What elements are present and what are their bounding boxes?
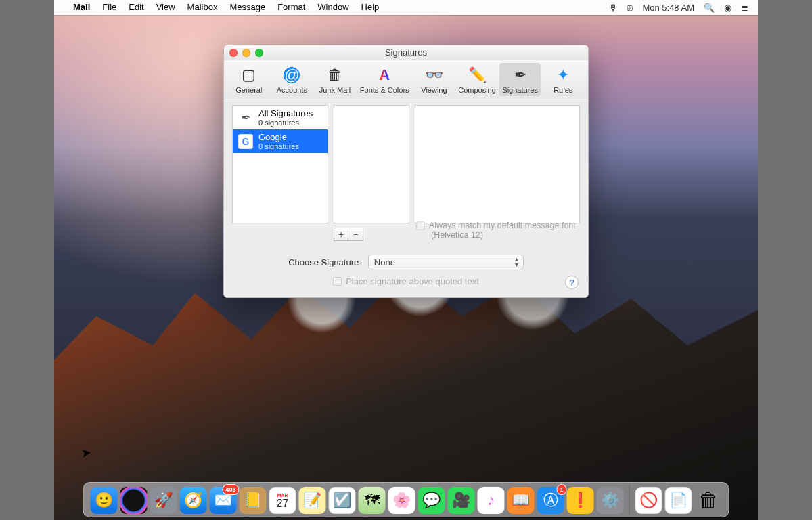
dock-systempreferences[interactable]: ⚙️ — [597, 487, 624, 514]
mail-preferences-window: Signatures ▢ General @ Accounts 🗑 Junk M… — [223, 45, 589, 298]
menu-format[interactable]: Format — [271, 0, 311, 15]
match-default-font-label: Always match my default message font — [429, 221, 576, 230]
dock: 🙂 🚀 🧭 ✉️403 📒 MAR27 📝 ☑️ 🗺 🌸 💬 🎥 ♪ 📖 Ⓐ1 … — [83, 482, 729, 517]
toolbar-junk-label: Junk Mail — [319, 86, 351, 94]
calendar-month: MAR — [277, 493, 288, 498]
match-default-font-checkbox[interactable] — [416, 221, 424, 230]
menu-view[interactable]: View — [150, 0, 181, 15]
toolbar-general[interactable]: ▢ General — [228, 63, 270, 96]
toolbar-signatures[interactable]: ✒︎ Signatures — [499, 63, 541, 96]
dock-notes[interactable]: 📝 — [299, 487, 326, 514]
signatures-icon: ✒︎ — [511, 66, 530, 85]
window-title: Signatures — [385, 47, 427, 58]
menu-help[interactable]: Help — [355, 0, 386, 15]
siri-menubar-icon[interactable]: ◉ — [724, 3, 731, 13]
toolbar-accounts-label: Accounts — [277, 86, 307, 94]
dock-messages[interactable]: 💬 — [418, 487, 445, 514]
mail-badge: 403 — [222, 484, 239, 495]
dock-siri[interactable] — [120, 487, 148, 514]
appstore-badge: 1 — [556, 484, 566, 495]
menu-message[interactable]: Message — [223, 0, 271, 15]
match-default-font-row[interactable]: Always match my default message font — [416, 221, 580, 230]
dock-maps[interactable]: 🗺 — [359, 487, 386, 514]
menu-file[interactable]: File — [96, 0, 122, 15]
dock-utility[interactable]: ❗ — [567, 487, 594, 514]
add-signature-button[interactable]: + — [334, 228, 348, 241]
composing-icon: ✏️ — [468, 66, 487, 85]
general-icon: ▢ — [240, 66, 258, 85]
dock-trash[interactable]: 🗑 — [695, 487, 722, 514]
junk-icon: 🗑 — [325, 66, 344, 85]
rules-icon: ✦ — [554, 66, 572, 85]
calendar-day: 27 — [277, 498, 289, 510]
place-above-row[interactable]: Place signature above quoted text — [232, 276, 580, 286]
window-titlebar[interactable]: Signatures — [224, 45, 588, 60]
toolbar-junk[interactable]: 🗑 Junk Mail — [314, 63, 356, 96]
menu-bar: Mail File Edit View Mailbox Message Form… — [54, 0, 758, 15]
toolbar-composing-label: Composing — [458, 86, 496, 94]
dock-separator — [629, 485, 630, 514]
toolbar-signatures-label: Signatures — [502, 86, 538, 94]
spotlight-icon[interactable]: 🔍 — [704, 3, 715, 13]
toolbar-fonts-label: Fonts & Colors — [360, 86, 409, 94]
signature-glyph-icon: ✒︎ — [238, 110, 253, 125]
window-minimize-button[interactable] — [242, 49, 250, 57]
airplay-icon[interactable]: ⎚ — [627, 3, 633, 13]
toolbar-fonts[interactable]: A Fonts & Colors — [357, 63, 412, 96]
account-all-signatures[interactable]: ✒︎ All Signatures 0 signatures — [233, 106, 328, 129]
default-font-note: (Helvetica 12) — [431, 230, 580, 240]
google-icon: G — [238, 134, 253, 149]
toolbar-rules-label: Rules — [554, 86, 572, 94]
place-above-label: Place signature above quoted text — [346, 276, 479, 286]
account-name: Google — [258, 132, 299, 142]
prefs-toolbar: ▢ General @ Accounts 🗑 Junk Mail A Fonts… — [224, 60, 588, 98]
dock-recent-1[interactable]: 🚫 — [635, 487, 662, 514]
choose-signature-select[interactable]: None — [368, 255, 524, 269]
dictation-icon[interactable]: 🎙 — [609, 3, 618, 13]
dock-reminders[interactable]: ☑️ — [329, 487, 356, 514]
notification-center-icon[interactable]: ≣ — [741, 3, 748, 13]
dock-calendar[interactable]: MAR27 — [269, 487, 296, 514]
accounts-list[interactable]: ✒︎ All Signatures 0 signatures G Google … — [232, 105, 328, 223]
letterbox-right — [758, 0, 812, 520]
account-count: 0 signatures — [258, 142, 299, 150]
desktop: Mail File Edit View Mailbox Message Form… — [54, 0, 758, 520]
dock-itunes[interactable]: ♪ — [478, 487, 505, 514]
toolbar-rules[interactable]: ✦ Rules — [542, 63, 584, 96]
toolbar-viewing-label: Viewing — [421, 86, 447, 94]
help-button[interactable]: ? — [565, 276, 579, 289]
window-traffic-lights — [229, 49, 263, 57]
account-count: 0 signatures — [258, 118, 313, 127]
viewing-icon: 👓 — [424, 66, 443, 85]
window-zoom-button[interactable] — [255, 49, 263, 57]
choose-signature-label: Choose Signature: — [288, 257, 361, 267]
toolbar-composing[interactable]: ✏️ Composing — [456, 63, 498, 96]
menu-edit[interactable]: Edit — [122, 0, 150, 15]
place-above-checkbox[interactable] — [333, 277, 342, 286]
toolbar-general-label: General — [235, 86, 262, 94]
dock-finder[interactable]: 🙂 — [91, 487, 118, 514]
dock-photos[interactable]: 🌸 — [388, 487, 415, 514]
fonts-icon: A — [375, 66, 394, 85]
signature-editor[interactable] — [415, 105, 580, 223]
dock-contacts[interactable]: 📒 — [240, 487, 267, 514]
dock-ibooks[interactable]: 📖 — [508, 487, 535, 514]
account-name: All Signatures — [258, 108, 313, 118]
menu-mailbox[interactable]: Mailbox — [181, 0, 224, 15]
dock-launchpad[interactable]: 🚀 — [150, 487, 177, 514]
window-close-button[interactable] — [229, 49, 238, 57]
account-google[interactable]: G Google 0 signatures — [233, 129, 328, 153]
remove-signature-button[interactable]: − — [348, 228, 363, 241]
dock-mail[interactable]: ✉️403 — [210, 487, 237, 514]
letterbox-left — [0, 0, 54, 520]
dock-recent-2[interactable]: 📄 — [665, 487, 692, 514]
toolbar-accounts[interactable]: @ Accounts — [271, 63, 313, 96]
menu-window[interactable]: Window — [311, 0, 355, 15]
dock-appstore[interactable]: Ⓐ1 — [537, 487, 564, 514]
app-menu[interactable]: Mail — [67, 0, 96, 15]
menubar-clock[interactable]: Mon 5:48 AM — [642, 3, 694, 13]
dock-facetime[interactable]: 🎥 — [448, 487, 475, 514]
toolbar-viewing[interactable]: 👓 Viewing — [413, 63, 455, 96]
dock-safari[interactable]: 🧭 — [180, 487, 207, 514]
signatures-list[interactable] — [334, 105, 409, 223]
